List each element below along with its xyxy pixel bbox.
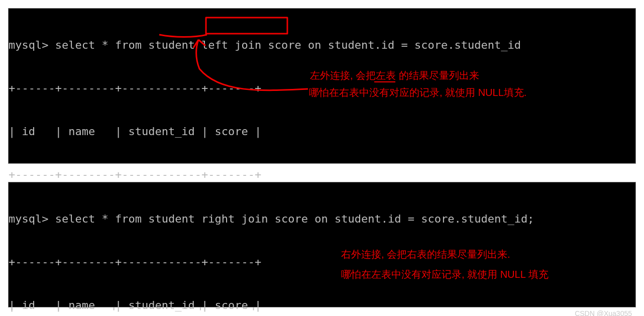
annotation-right-join-1: 右外连接, 会把右表的结果尽量列出来. bbox=[341, 248, 510, 261]
sql-query: select * from student right join score o… bbox=[55, 213, 534, 225]
annotation-right-join-2: 哪怕在左表中没有对应记录, 就使用 NULL 填充 bbox=[341, 268, 549, 281]
terminal-bottom: mysql> select * from student right join … bbox=[8, 182, 636, 307]
table-border: +------+--------+------------+-------+ bbox=[9, 168, 635, 182]
sql-query-line: mysql> select * from student left join s… bbox=[9, 38, 635, 53]
prompt: mysql> bbox=[9, 39, 55, 51]
sql-query: select * from student left join score on… bbox=[55, 39, 521, 51]
sql-query-line: mysql> select * from student right join … bbox=[9, 212, 635, 227]
annotation-left-join-1: 左外连接, 会把左表 的结果尽量列出来 bbox=[310, 69, 479, 82]
table-header: | id | name | student_id | score | bbox=[9, 125, 635, 139]
table-header: | id | name | student_id | score | bbox=[9, 298, 635, 313]
prompt: mysql> bbox=[9, 213, 55, 225]
terminal-top: mysql> select * from student left join s… bbox=[8, 8, 636, 164]
annotation-left-join-2: 哪怕在右表中没有对应的记录, 就使用 NULL填充. bbox=[309, 86, 526, 99]
